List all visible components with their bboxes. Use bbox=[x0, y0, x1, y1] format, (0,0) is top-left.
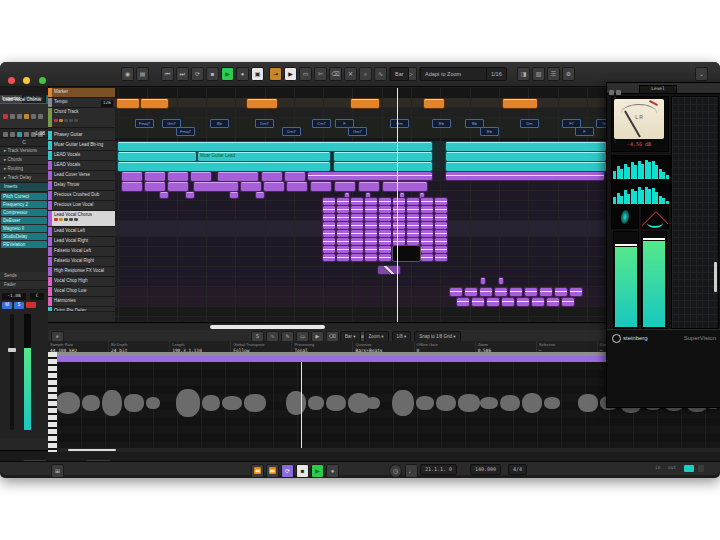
clip-grid-cell[interactable] bbox=[435, 238, 447, 245]
audio-clip[interactable] bbox=[472, 298, 484, 306]
track-row[interactable]: Lead Vocal Right bbox=[48, 237, 115, 247]
track-row[interactable]: Precious Low Vocal bbox=[48, 201, 115, 211]
track-row[interactable]: Delay Throw bbox=[48, 181, 115, 191]
clip-grid-cell[interactable] bbox=[337, 198, 349, 205]
track-button[interactable] bbox=[54, 119, 58, 122]
chord-event[interactable]: Dm7 bbox=[255, 119, 274, 128]
audio-clip[interactable] bbox=[450, 288, 462, 296]
record-button[interactable] bbox=[26, 302, 36, 308]
audio-clip[interactable] bbox=[264, 182, 284, 191]
clip-grid-cell[interactable] bbox=[365, 206, 377, 213]
clip-grid-cell[interactable] bbox=[407, 214, 419, 221]
clip-grid-cell[interactable] bbox=[323, 214, 335, 221]
inspector-section[interactable]: ▸ Routing bbox=[0, 165, 48, 174]
clip-grid-cell[interactable] bbox=[421, 214, 433, 221]
mute-button[interactable]: M bbox=[2, 302, 12, 309]
marker-event[interactable] bbox=[141, 99, 168, 108]
toolbar-right-icon[interactable]: ⚙ bbox=[562, 67, 575, 81]
audio-clip[interactable] bbox=[118, 162, 330, 171]
audio-clip[interactable] bbox=[525, 288, 537, 296]
mute-icon[interactable] bbox=[17, 114, 22, 119]
insert-slot[interactable]: Compressor bbox=[1, 209, 47, 216]
clip-grid-cell[interactable] bbox=[421, 198, 433, 205]
info-column[interactable]: Bit Depth24 bit bbox=[109, 341, 170, 352]
autoscroll-icon[interactable]: ⇥ bbox=[269, 67, 282, 81]
chord-event[interactable]: Dm bbox=[520, 119, 539, 128]
clip-grid-cell[interactable] bbox=[421, 222, 433, 229]
chord-event[interactable]: Dm7 bbox=[282, 127, 301, 136]
audio-clip[interactable] bbox=[457, 298, 469, 306]
track-row[interactable]: Precious Crushed Dub bbox=[48, 191, 115, 201]
inserts-section-header[interactable]: Inserts bbox=[0, 183, 48, 192]
fader-track[interactable] bbox=[10, 314, 14, 430]
clip-grid-cell[interactable] bbox=[337, 238, 349, 245]
solo-button[interactable]: S bbox=[14, 302, 24, 309]
insert-slot[interactable]: REVelation bbox=[1, 241, 47, 248]
clip-grid-cell[interactable] bbox=[435, 246, 447, 253]
toolbar-right-icon[interactable]: ☰ bbox=[547, 67, 560, 81]
transport-play-button[interactable]: ▶ bbox=[311, 464, 324, 478]
edit-channel-icon[interactable] bbox=[3, 132, 8, 137]
fader-pan-display[interactable]: C bbox=[30, 293, 44, 300]
chord-event[interactable]: Bb bbox=[210, 119, 229, 128]
audio-clip[interactable] bbox=[168, 172, 188, 181]
toolbar-right-icon[interactable]: ◨ bbox=[517, 67, 530, 81]
plugin-bypass-icon[interactable] bbox=[609, 90, 614, 95]
write-icon[interactable] bbox=[38, 114, 43, 119]
audio-clip[interactable] bbox=[334, 152, 432, 161]
automation-icon[interactable] bbox=[24, 132, 29, 137]
zoom-preset-button[interactable]: ⊞ bbox=[51, 464, 64, 478]
clip-grid-cell[interactable] bbox=[435, 198, 447, 205]
chord-event[interactable]: Gm bbox=[390, 119, 409, 128]
clip-grid-cell[interactable] bbox=[435, 214, 447, 221]
audio-clip[interactable]: Moar Guitar Lead bbox=[198, 152, 330, 161]
tool-icon[interactable]: ✕ bbox=[344, 67, 357, 81]
clip-grid-cell[interactable] bbox=[323, 222, 335, 229]
clip-grid-cell[interactable] bbox=[393, 214, 405, 221]
clip-grid-cell[interactable] bbox=[351, 198, 363, 205]
clip-grid-cell[interactable] bbox=[435, 254, 447, 261]
transport-button[interactable]: ⏪ bbox=[251, 464, 264, 478]
track-button[interactable] bbox=[69, 119, 73, 122]
chord-event[interactable]: Fmaj7 bbox=[176, 127, 195, 136]
quantize-preset-dropdown[interactable]: Adapt to Zoom bbox=[420, 67, 488, 81]
clip-grid-cell[interactable] bbox=[379, 238, 391, 245]
clip-grid-cell[interactable] bbox=[365, 198, 377, 205]
track-row[interactable]: Phasey Guitar bbox=[48, 131, 115, 141]
chord-event[interactable]: Fmaj7 bbox=[135, 119, 154, 128]
audio-clip[interactable] bbox=[287, 182, 307, 191]
track-button[interactable] bbox=[64, 218, 68, 221]
track-button[interactable] bbox=[64, 119, 68, 122]
clip-grid-cell[interactable] bbox=[379, 222, 391, 229]
chord-event[interactable]: Gm7 bbox=[348, 127, 367, 136]
transport-record-button[interactable]: ● bbox=[326, 464, 339, 478]
toolbar-setup-icon[interactable]: ⌄ bbox=[695, 67, 708, 81]
marker-event[interactable] bbox=[247, 99, 277, 108]
clip-grid-cell[interactable] bbox=[393, 198, 405, 205]
toolbar-right-icon[interactable]: ▥ bbox=[532, 67, 545, 81]
clip-grid-cell[interactable] bbox=[421, 246, 433, 253]
tempo-value[interactable]: 126 bbox=[101, 100, 113, 107]
record-arm-icon[interactable] bbox=[3, 114, 8, 119]
info-column[interactable]: Selection– bbox=[537, 341, 598, 352]
clip-grid-cell[interactable] bbox=[323, 198, 335, 205]
audio-clip[interactable] bbox=[446, 162, 606, 171]
audio-clip[interactable] bbox=[311, 182, 331, 191]
transport-button[interactable]: ⟳ bbox=[281, 464, 294, 478]
audio-clip[interactable] bbox=[547, 298, 559, 306]
clip-grid-cell[interactable] bbox=[421, 238, 433, 245]
insert-slot[interactable]: DeEsser bbox=[1, 217, 47, 224]
marker-event[interactable] bbox=[351, 99, 379, 108]
track-row[interactable]: High Response FX Vocal bbox=[48, 267, 115, 277]
clip-grid-cell[interactable] bbox=[351, 230, 363, 237]
track-row[interactable]: Tempo126 bbox=[48, 98, 115, 108]
audio-clip[interactable] bbox=[191, 172, 211, 181]
freeze-icon[interactable] bbox=[10, 132, 15, 137]
audio-clip[interactable] bbox=[308, 172, 432, 180]
insert-slot[interactable]: StudioDelay bbox=[1, 233, 47, 240]
clip-grid-cell[interactable] bbox=[393, 238, 405, 245]
clip-grid-cell[interactable] bbox=[379, 230, 391, 237]
clip-grid-cell[interactable] bbox=[435, 230, 447, 237]
audio-clip[interactable] bbox=[510, 288, 522, 296]
chord-event[interactable]: Cm7 bbox=[312, 119, 331, 128]
